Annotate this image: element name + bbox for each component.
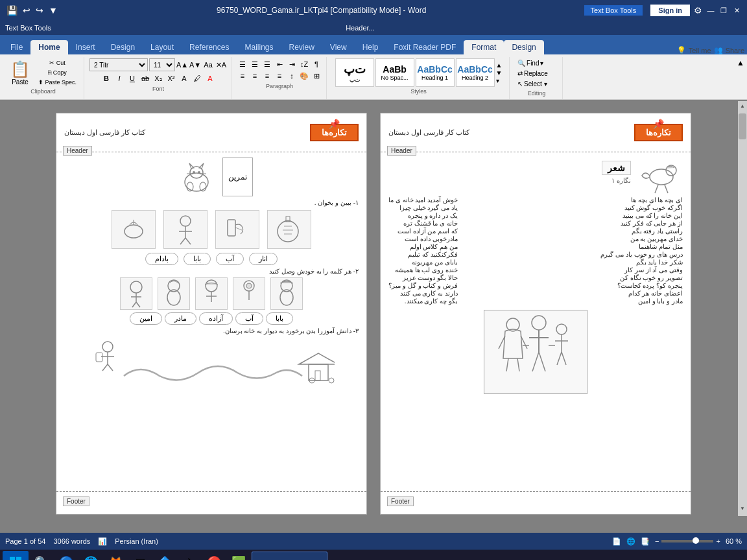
view-web-icon[interactable]: 🌐 bbox=[626, 537, 635, 546]
replace-button[interactable]: ⇄ Replace bbox=[515, 69, 558, 78]
select-button[interactable]: ↖ Select ▾ bbox=[515, 79, 558, 89]
align-right-button[interactable]: ≡ bbox=[261, 70, 273, 82]
underline-button[interactable]: U bbox=[126, 73, 138, 84]
strikethrough-button[interactable]: ab bbox=[139, 73, 151, 84]
editing-btns: 🔍 Find ▾ ⇄ Replace ↖ Select ▾ bbox=[515, 58, 558, 89]
tab-design[interactable]: Design bbox=[103, 40, 143, 54]
show-marks-button[interactable]: ¶ bbox=[311, 58, 322, 70]
style-scroll-up[interactable]: ▲ bbox=[496, 62, 503, 69]
scroll-thumb[interactable] bbox=[739, 113, 746, 139]
taskbar-search[interactable]: 🔍 bbox=[30, 551, 53, 560]
taskbar-ie[interactable]: 🌐 bbox=[79, 551, 102, 560]
multilevel-button[interactable]: ☰ bbox=[261, 58, 273, 70]
taskbar-firefox[interactable]: 🦊 bbox=[104, 551, 127, 560]
find-button[interactable]: 🔍 Find ▾ bbox=[515, 58, 558, 68]
indent-inc-button[interactable]: ⇥ bbox=[286, 58, 298, 70]
share-label[interactable]: Share bbox=[726, 47, 744, 54]
indent-dec-button[interactable]: ⇤ bbox=[274, 58, 285, 70]
tab-view[interactable]: View bbox=[322, 40, 355, 54]
font-color-button[interactable]: A bbox=[204, 73, 216, 84]
taskbar-unknown1[interactable]: 🔷 bbox=[153, 551, 176, 560]
zoom-in-button[interactable]: + bbox=[716, 537, 720, 545]
undo-icon[interactable]: ↩ bbox=[21, 5, 32, 16]
scroll-down-arrow[interactable]: ▼ bbox=[738, 504, 747, 513]
sort-button[interactable]: ↕Z bbox=[298, 58, 310, 70]
shrink-font-button[interactable]: A▼ bbox=[189, 59, 201, 71]
clipboard-group: 📋 Paste ✂ Cut ⎘ Copy ⬆ Paste Spec. Clipb… bbox=[3, 57, 84, 99]
minimize-button[interactable]: — bbox=[706, 5, 716, 16]
italic-button[interactable]: I bbox=[113, 73, 125, 84]
paste-button[interactable]: 📋 Paste bbox=[6, 58, 34, 87]
taskbar-unknown2[interactable]: 🟩 bbox=[227, 551, 250, 560]
superscript-button[interactable]: X² bbox=[165, 73, 177, 84]
case-button[interactable]: Aa bbox=[202, 59, 214, 71]
font-name-select[interactable]: 2 Titr bbox=[89, 58, 148, 71]
scroll-up-arrow[interactable]: ▲ bbox=[738, 101, 747, 111]
taskbar-word-window[interactable]: W 96750_WORD... bbox=[252, 552, 327, 560]
ribbon-expand[interactable]: ▲ bbox=[737, 57, 744, 99]
tab-mailings[interactable]: Mailings bbox=[237, 40, 281, 54]
tab-foxit[interactable]: Foxit Reader PDF bbox=[386, 40, 464, 54]
taskbar-telegram[interactable]: ✈ bbox=[178, 551, 201, 560]
face2-svg bbox=[161, 279, 187, 308]
poem-line-1-11: تصویر رو خوب نگاه کن bbox=[600, 274, 683, 281]
style-no-spacing[interactable]: AaBb No Spac... bbox=[375, 58, 414, 87]
justify-button[interactable]: ≡ bbox=[274, 70, 285, 82]
tab-review[interactable]: Review bbox=[281, 40, 322, 54]
style-pa1[interactable]: ت‌پ ت‌پ bbox=[335, 58, 374, 87]
paste-special-button[interactable]: ⬆ Paste Spec. bbox=[35, 78, 80, 87]
expand-icon[interactable]: ▲ bbox=[737, 58, 744, 67]
poem-columns: ای بچه ها ای بچه ها اگرکه خوب گوش کنید ا… bbox=[388, 196, 683, 305]
shading-button[interactable]: 🎨 bbox=[298, 70, 310, 82]
tab-layout[interactable]: Layout bbox=[143, 40, 182, 54]
style-heading1[interactable]: AaBbCc Heading 1 bbox=[416, 58, 455, 87]
bold-button[interactable]: B bbox=[101, 73, 112, 84]
bullets-button[interactable]: ☰ bbox=[237, 58, 248, 70]
style-heading2[interactable]: AaBbCc Heading 2 bbox=[456, 58, 495, 87]
taskbar-cortana[interactable]: 🔵 bbox=[54, 551, 78, 560]
align-center-button[interactable]: ≡ bbox=[249, 70, 261, 82]
text-effects-button[interactable]: A bbox=[178, 73, 190, 84]
line-spacing-button[interactable]: ↕ bbox=[286, 70, 298, 82]
grow-font-button[interactable]: A▲ bbox=[176, 59, 188, 71]
tab-design2[interactable]: Design bbox=[504, 40, 543, 54]
settings-icon[interactable]: ⚙ bbox=[693, 5, 703, 16]
highlight-button[interactable]: 🖊 bbox=[191, 73, 203, 84]
align-left-button[interactable]: ≡ bbox=[237, 70, 248, 82]
svg-point-38 bbox=[102, 342, 113, 352]
taskbar-chrome[interactable]: 🔴 bbox=[202, 551, 226, 560]
cut-button[interactable]: ✂ Cut bbox=[35, 58, 80, 67]
tab-insert[interactable]: Insert bbox=[68, 40, 103, 54]
close-button[interactable]: ✕ bbox=[731, 5, 742, 16]
restore-button[interactable]: ❐ bbox=[718, 5, 729, 16]
words-row2: بابا آب آزاده مادر امین bbox=[64, 312, 359, 325]
view-outline-icon[interactable]: 📑 bbox=[641, 537, 650, 546]
borders-button[interactable]: ⊞ bbox=[311, 70, 322, 82]
quick-access-dropdown[interactable]: ▼ bbox=[47, 5, 59, 16]
numbering-button[interactable]: ☰ bbox=[249, 58, 261, 70]
poem-line-2-4: خانه ی ما قشنگ تره bbox=[388, 220, 458, 227]
font-size-select[interactable]: 11 bbox=[149, 58, 175, 71]
copy-button[interactable]: ⎘ Copy bbox=[35, 68, 80, 77]
tab-references[interactable]: References bbox=[182, 40, 237, 54]
start-button[interactable] bbox=[3, 551, 29, 560]
save-icon[interactable]: 💾 bbox=[5, 5, 19, 16]
tell-me-label[interactable]: Tell me bbox=[689, 47, 711, 54]
style-more[interactable]: ▾ bbox=[496, 77, 503, 84]
subscript-button[interactable]: X₂ bbox=[152, 73, 164, 84]
tab-file[interactable]: File bbox=[3, 40, 30, 54]
tab-help[interactable]: Help bbox=[355, 40, 386, 54]
signin-button[interactable]: Sign in bbox=[650, 5, 690, 16]
tab-home[interactable]: Home bbox=[30, 40, 67, 54]
zoom-out-button[interactable]: − bbox=[655, 537, 659, 545]
taskbar-mail[interactable]: ✉ bbox=[128, 551, 152, 560]
style-scroll-down[interactable]: ▼ bbox=[496, 69, 503, 76]
vertical-scrollbar[interactable]: ▲ ▼ bbox=[738, 101, 747, 516]
redo-icon[interactable]: ↪ bbox=[34, 5, 45, 16]
view-normal-icon[interactable]: 📄 bbox=[612, 537, 621, 546]
clear-format-button[interactable]: ✕A bbox=[215, 59, 227, 71]
style-heading2-text: AaBbCc bbox=[457, 64, 492, 75]
tab-format[interactable]: Format bbox=[464, 40, 504, 54]
word-badam: بادام bbox=[145, 253, 178, 265]
zoom-slider[interactable] bbox=[661, 540, 713, 542]
